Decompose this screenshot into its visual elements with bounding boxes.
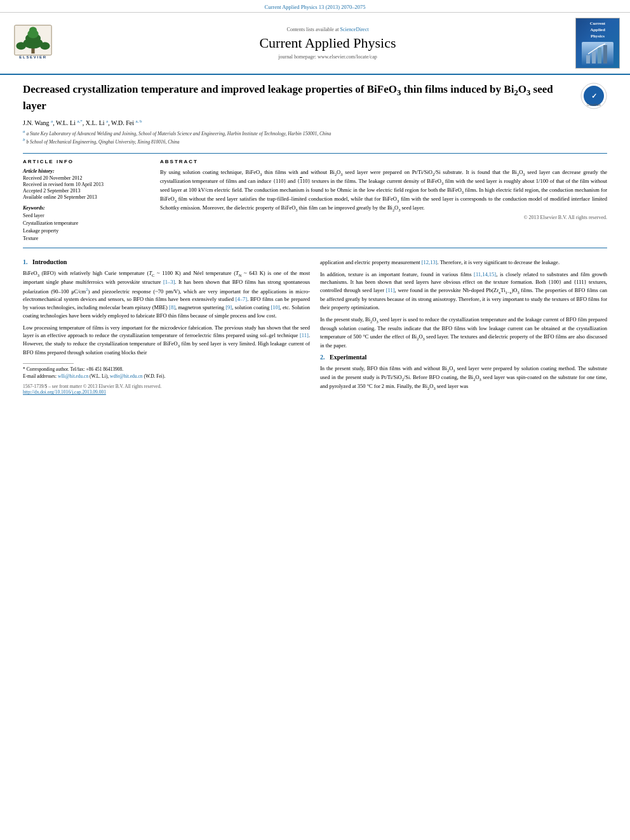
journal-header: ELSEVIER Contents lists available at Sci… [0,13,630,75]
article-title-section: Decreased crystallization temperature an… [23,83,607,148]
svg-text:CrossMark: CrossMark [587,103,601,107]
svg-text:ELSEVIER: ELSEVIER [19,55,46,59]
svg-rect-10 [592,51,596,63]
history-label: Article history: [23,168,150,174]
experimental-heading: 2. Experimental [320,354,607,361]
journal-cover-area: Current Applied Physics [569,18,620,69]
experimental-para-1: In the present study, BFO thin films wit… [320,364,607,392]
received-date: Received 20 November 2012 [23,175,150,181]
article-title: Decreased crystallization temperature an… [23,83,573,114]
elsevier-logo: ELSEVIER [10,24,56,62]
abstract-heading: ABSTRACT [160,159,607,164]
intro-heading: 1. Introduction [23,258,310,265]
divider-2 [23,248,607,248]
accepted-date: Accepted 2 September 2013 [23,188,150,194]
keyword-3: Leakage property [23,227,150,235]
svg-point-7 [40,42,50,50]
right-para-3: In the present study, Bi2O3 seed layer i… [320,316,607,350]
keywords-label: Keywords: [23,205,150,211]
available-date: Available online 20 September 2013 [23,194,150,200]
article-info-col: ARTICLE INFO Article history: Received 2… [23,159,150,243]
main-content: 1. Introduction BiFeO3 (BFO) with relati… [23,258,607,396]
svg-rect-9 [586,55,590,63]
journal-header-center: Contents lists available at ScienceDirec… [86,27,569,60]
footnote-divider [23,363,74,364]
svg-text:✓: ✓ [591,92,597,100]
svg-point-6 [16,42,25,50]
intro-number: 1. [23,258,28,265]
crossmark-icon: ✓ CrossMark [580,83,607,109]
elsevier-tree-icon: ELSEVIER [10,24,56,62]
citation-text: Current Applied Physics 13 (2013) 2070–2… [265,4,366,10]
sciencedirect-line: Contents lists available at ScienceDirec… [86,27,569,32]
article-title-area: Decreased crystallization temperature an… [23,83,573,148]
divider-1 [23,153,607,154]
page: Current Applied Physics 13 (2013) 2070–2… [0,0,630,403]
cover-line1: Current [590,21,605,26]
cover-line3: Physics [591,34,605,39]
sciencedirect-link[interactable]: ScienceDirect [340,27,369,32]
abstract-text: By using solution coating technique, BiF… [160,168,607,213]
email-link-wlli[interactable]: wlli@hit.edu.cn [58,373,88,379]
keyword-4: Texture [23,235,150,243]
cover-line2: Applied [590,27,605,32]
right-para-2: In addition, texture is an important fea… [320,270,607,312]
article-authors: J.N. Wang a, W.L. Li a,*, X.L. Li a, W.D… [23,119,573,126]
doi-link[interactable]: http://dx.doi.org/10.1016/j.cap.2013.09.… [23,389,310,395]
svg-point-5 [29,27,37,33]
footnote-corresponding: * Corresponding author. Tel/fax: +86 451… [23,366,310,373]
svg-rect-12 [603,45,607,63]
intro-col: 1. Introduction BiFeO3 (BFO) with relati… [23,258,310,396]
copyright-text: © 2013 Elsevier B.V. All rights reserved… [160,215,607,220]
cover-chart-icon [585,43,610,65]
abstract-col: ABSTRACT By using solution coating techn… [160,159,607,243]
top-citation-bar: Current Applied Physics 13 (2013) 2070–2… [0,0,630,13]
footnote-email: E-mail addresses: wlli@hit.edu.cn (W.L. … [23,373,310,380]
info-abstract-section: ARTICLE INFO Article history: Received 2… [23,159,607,243]
right-para-1: application and electric property measur… [320,258,607,267]
right-col: application and electric property measur… [320,258,607,396]
elsevier-logo-area: ELSEVIER [10,24,86,62]
issn-text: 1567-1739/$ – see front matter © 2013 El… [23,383,310,389]
email-link-wdfe[interactable]: wdfe@hit.edu.cn [110,373,142,379]
intro-para-1: BiFeO3 (BFO) with relatively high Curie … [23,269,310,320]
keyword-1: Seed layer [23,212,150,220]
keyword-2: Crystallization temperature [23,220,150,227]
crossmark-badge[interactable]: ✓ CrossMark [580,83,607,110]
journal-homepage: journal homepage: www.elsevier.com/locat… [86,54,569,60]
journal-cover-image: Current Applied Physics [575,18,620,69]
article-body: Decreased crystallization temperature an… [0,75,630,403]
article-info-heading: ARTICLE INFO [23,159,150,164]
revised-date: Received in revised form 10 April 2013 [23,182,150,187]
svg-rect-11 [598,48,601,63]
journal-title: Current Applied Physics [86,35,569,51]
affiliations: a a State Key Laboratory of Advanced Wel… [23,129,573,145]
experimental-number: 2. [320,354,325,361]
intro-para-2: Low processing temperature of films is v… [23,324,310,357]
